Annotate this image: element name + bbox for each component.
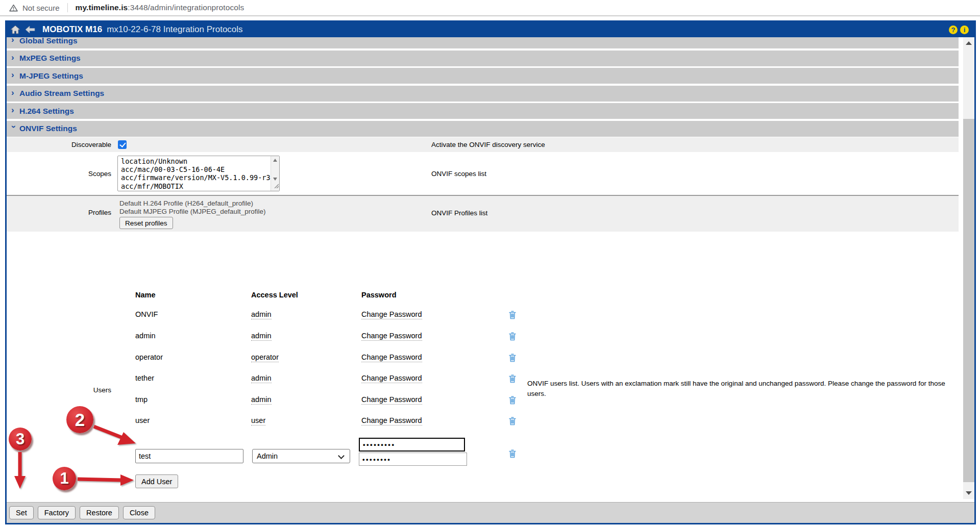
section-label: ONVIF Settings [19,124,77,133]
section-label: M-JPEG Settings [19,71,83,81]
delete-user-button[interactable] [509,354,516,364]
footer-bar: Set Factory Restore Close [7,502,974,523]
scopes-textarea[interactable]: location/Unknown acc/mac/00-03-C5-16-06-… [117,156,280,191]
discoverable-row: Discoverable Activate the ONVIF discover… [7,137,959,152]
new-user-retype-password-input[interactable] [359,453,467,466]
scroll-up-icon[interactable] [273,159,277,162]
footer-button-restore[interactable]: Restore [80,506,119,519]
users-row: Users Name Access Level Password ONVIF a… [7,232,959,499]
scopes-description: ONVIF scopes list [431,170,486,178]
user-name: tmp [135,395,148,404]
reset-profiles-button[interactable]: Reset profiles [119,217,173,229]
section-header-m-jpeg-settings[interactable]: › M-JPEG Settings [7,68,959,84]
change-password-link[interactable]: Change Password [361,332,422,341]
url-separator [67,3,68,12]
user-access-level: admin [251,374,272,383]
section-list: › Global Settings › MxPEG Settings › M-J… [7,37,959,138]
section-header-audio-stream-settings[interactable]: › Audio Stream Settings [7,86,959,102]
delete-user-button[interactable] [509,374,516,385]
delete-user-button[interactable] [509,417,516,427]
new-user-password-input[interactable] [359,438,465,452]
access-level-select[interactable]: Admin [252,449,350,463]
app-titlebar: MOBOTIX M16 mx10-22-6-78 Integration Pro… [7,22,974,37]
select-chevron-icon [338,453,345,459]
resize-grip-icon[interactable] [274,181,279,190]
new-user-name-input[interactable] [135,449,243,463]
address-url[interactable]: my.timeline.is:3448/admin/integrationpro… [76,3,244,12]
scrollbar-thumb[interactable] [963,119,974,482]
section-header-onvif-settings[interactable]: › ONVIF Settings [7,121,959,137]
section-header-global-settings[interactable]: › Global Settings [7,37,959,48]
user-row-admin: admin admin Change Password [135,332,538,342]
change-password-link[interactable]: Change Password [361,374,422,383]
annotation-badge-3: 3 [9,428,32,450]
section-label: MxPEG Settings [19,54,81,63]
user-access-level: admin [251,395,272,405]
delete-user-button[interactable] [509,311,516,321]
chevron-right-icon: › [11,88,16,97]
scopes-value: location/Unknown acc/mac/00-03-C5-16-06-… [121,157,270,190]
chevron-right-icon: › [11,70,16,79]
change-password-link[interactable]: Change Password [361,416,422,425]
info-icon[interactable]: i [960,26,969,34]
section-header-h-264-settings[interactable]: › H.264 Settings [7,103,959,119]
user-name: ONVIF [135,310,158,318]
help-icon[interactable]: ? [949,26,958,34]
change-password-link[interactable]: Change Password [361,395,422,405]
discoverable-description: Activate the ONVIF discovery service [431,137,545,152]
section-header-mxpeg-settings[interactable]: › MxPEG Settings [7,51,959,66]
user-row-tmp: tmp admin Change Password [135,395,538,406]
user-access-level: operator [251,353,279,362]
annotation-arrow-1 [75,471,136,488]
chevron-right-icon: › [10,125,18,130]
section-label: H.264 Settings [19,107,74,116]
user-name: tether [135,374,154,382]
delete-new-user-button[interactable] [509,449,516,460]
access-level-selected: Admin [257,452,278,460]
not-secure-label[interactable]: Not secure [22,4,60,12]
section-label: Global Settings [19,37,78,45]
page-title: mx10-22-6-78 Integration Protocols [107,24,242,35]
page-scrollbar[interactable] [963,37,974,499]
annotation-badge-2: 2 [66,406,93,433]
scopes-row: Scopes location/Unknown acc/mac/00-03-C5… [7,152,959,196]
settings-content: › Global Settings › MxPEG Settings › M-J… [7,37,974,499]
user-access-level: admin [251,310,272,319]
footer-button-factory[interactable]: Factory [38,506,76,519]
discoverable-checkbox[interactable] [118,140,127,149]
change-password-link[interactable]: Change Password [361,310,422,319]
app-brand: MOBOTIX M16 [42,24,102,35]
annotation-badge-1: 1 [53,467,76,490]
user-access-level: user [251,416,265,425]
profiles-row: Profiles Default H.264 Profile (H264_def… [7,196,959,232]
scrollbar-down-icon[interactable] [966,491,972,495]
browser-address-bar: Not secure my.timeline.is:3448/admin/int… [0,0,980,16]
discoverable-label: Discoverable [7,137,111,152]
app-window: MOBOTIX M16 mx10-22-6-78 Integration Pro… [5,20,976,524]
screen: Not secure my.timeline.is:3448/admin/int… [0,0,980,526]
scroll-down-icon[interactable] [273,178,277,181]
users-description: ONVIF users list. Users with an exclamat… [527,379,959,398]
back-icon[interactable] [25,26,35,34]
annotation-arrow-3 [12,449,28,491]
user-name: admin [135,332,156,340]
warning-icon [9,4,18,12]
chevron-right-icon: › [11,106,16,114]
section-label: Audio Stream Settings [19,89,104,98]
delete-user-button[interactable] [509,396,516,406]
profiles-label: Profiles [7,209,111,216]
delete-user-button[interactable] [509,332,516,342]
scrollbar-up-icon[interactable] [966,41,972,45]
user-row-tether: tether admin Change Password [135,374,538,384]
scopes-label: Scopes [7,170,111,178]
footer-button-set[interactable]: Set [9,506,34,519]
add-user-button[interactable]: Add User [135,474,178,488]
footer-button-close[interactable]: Close [123,506,155,519]
user-row-onvif: ONVIF admin Change Password [135,310,538,320]
profiles-description: ONVIF Profiles list [431,209,487,217]
annotation-arrow-2 [91,422,139,449]
home-icon[interactable] [10,25,20,34]
user-row-operator: operator operator Change Password [135,353,538,363]
change-password-link[interactable]: Change Password [361,353,422,362]
user-access-level: admin [251,332,272,341]
